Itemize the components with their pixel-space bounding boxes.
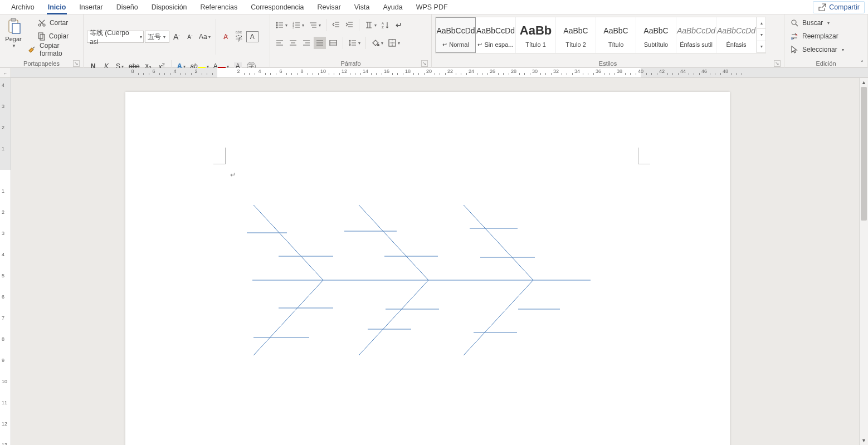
ruler-number: 12 (2, 421, 7, 427)
tab-inicio[interactable]: Inicio (41, 1, 73, 14)
copy-label: Copiar (49, 32, 69, 40)
replace-button[interactable]: ba Reemplazar (788, 30, 838, 42)
tab-revisar[interactable]: Revisar (310, 1, 347, 14)
clipboard-launcher[interactable]: ↘ (73, 60, 80, 67)
style-name: Título 2 (565, 41, 586, 48)
ruler-number: 6 (2, 294, 4, 300)
vertical-scrollbar[interactable]: ▲ ▼ (859, 78, 868, 445)
tab-diseno[interactable]: Diseño (110, 1, 145, 14)
style-normal[interactable]: AaBbCcDd↵ Normal (436, 17, 476, 53)
tab-ayuda[interactable]: Ayuda (376, 1, 409, 14)
page[interactable]: ↵ (125, 92, 730, 445)
align-distributed-button[interactable] (327, 37, 339, 49)
vertical-ruler[interactable]: 432112345678910111213141516 (0, 78, 11, 445)
horizontal-ruler[interactable]: 8642246810121416182022242628303234363840… (11, 68, 868, 78)
numbering-icon: 123 (292, 21, 301, 30)
multilevel-list-button[interactable]: ▾ (307, 19, 323, 31)
paste-button[interactable]: Pegar ▼ (3, 16, 23, 48)
shading-button[interactable]: ▾ (369, 37, 385, 49)
tab-wps-pdf[interactable]: WPS PDF (409, 1, 455, 14)
chevron-down-icon: ▾ (842, 47, 844, 52)
style-subt-tulo[interactable]: AaBbCSubtítulo (636, 17, 676, 53)
paragraph-launcher[interactable]: ↘ (421, 60, 428, 67)
ruler-number: 28 (511, 69, 516, 74)
tab-disposicion[interactable]: Disposición (145, 1, 194, 14)
decrease-indent-button[interactable] (330, 19, 342, 31)
style-name: Énfasis (726, 41, 746, 48)
sort-button[interactable]: AZ (379, 19, 392, 31)
style-sin-espa-[interactable]: AaBbCcDd↵ Sin espa... (476, 17, 516, 53)
tab-referencias[interactable]: Referencias (194, 1, 245, 14)
svg-point-8 (276, 25, 277, 26)
format-painter-button[interactable]: Copiar formato (26, 43, 80, 56)
increase-indent-button[interactable] (343, 19, 355, 31)
document-canvas[interactable]: ↵ (11, 78, 859, 445)
ribbon: Pegar ▼ Cortar Copiar Copiar formato P (0, 14, 868, 68)
change-case-button[interactable]: Aa▾ (197, 31, 212, 43)
style-t-tulo-1[interactable]: AaBbTítulo 1 (516, 17, 556, 53)
align-right-button[interactable] (300, 37, 313, 49)
eraser-icon: A̷ (223, 33, 228, 41)
bullets-button[interactable]: ▾ (274, 19, 289, 31)
style--nfasis[interactable]: AaBbCcDdÉnfasis (716, 17, 757, 53)
style-name: Título (608, 41, 624, 48)
shrink-font-button[interactable]: Aˇ (184, 31, 196, 43)
scroll-down-button[interactable]: ▼ (860, 436, 868, 445)
text-direction-button[interactable]: ▾ (363, 19, 378, 31)
style--nfasis-sutil[interactable]: AaBbCcDdÉnfasis sutil (676, 17, 716, 53)
scrollbar-thumb[interactable] (861, 87, 867, 221)
ruler-number: 11 (2, 400, 7, 405)
fishbone-diagram[interactable] (125, 92, 730, 445)
style-preview: AaBbC (563, 22, 588, 39)
tab-correspondencia[interactable]: Correspondencia (244, 1, 310, 14)
align-center-button[interactable] (287, 37, 299, 49)
svg-line-27 (464, 205, 533, 280)
group-clipboard-label: Portapapeles ↘ (3, 59, 80, 68)
group-clipboard: Pegar ▼ Cortar Copiar Copiar formato P (0, 14, 84, 68)
tab-archivo[interactable]: Archivo (4, 1, 41, 14)
group-editing-text: Edición (816, 60, 836, 67)
copy-button[interactable]: Copiar (26, 30, 80, 42)
clear-formatting-button[interactable]: A̷ (220, 31, 232, 43)
ruler-number: 14 (363, 69, 368, 74)
tab-vista[interactable]: Vista (348, 1, 377, 14)
svg-rect-6 (40, 35, 45, 40)
svg-point-17 (792, 20, 796, 25)
style-t-tulo-2[interactable]: AaBbCTítulo 2 (556, 17, 596, 53)
select-button[interactable]: Seleccionar ▾ (788, 43, 844, 56)
group-paragraph: ▾ 123▾ ▾ ▾ AZ ↵ ▾ ▾ ▾ (270, 14, 432, 68)
tab-insertar[interactable]: Insertar (72, 1, 109, 14)
scroll-up-button[interactable]: ▲ (860, 78, 868, 87)
char-border-button[interactable]: A (246, 31, 259, 42)
shrink-font-icon: A (187, 34, 191, 40)
styles-launcher[interactable]: ↘ (774, 60, 781, 67)
align-left-button[interactable] (274, 37, 286, 49)
ruler-number: 18 (405, 69, 411, 74)
borders-button[interactable]: ▾ (386, 37, 402, 49)
cut-button[interactable]: Cortar (26, 17, 80, 29)
line-spacing-button[interactable]: ▾ (347, 37, 362, 49)
svg-line-30 (253, 280, 323, 355)
share-button[interactable]: Compartir (813, 1, 865, 13)
ruler-number: 9 (2, 358, 4, 363)
svg-rect-5 (38, 33, 43, 38)
svg-text:3: 3 (292, 26, 294, 29)
collapse-ribbon-button[interactable]: ˄ (857, 58, 867, 66)
numbering-button[interactable]: 123▾ (290, 19, 306, 31)
share-label: Compartir (829, 3, 860, 11)
ruler-number: 1 (2, 146, 4, 151)
style-t-tulo[interactable]: AaBbCTítulo (596, 17, 636, 53)
align-justify-button[interactable] (314, 37, 326, 49)
style-preview: AaBbCcDd (717, 22, 755, 39)
scrollbar-track[interactable] (861, 87, 867, 436)
ruler-number: 8 (300, 69, 303, 74)
styles-more-button[interactable]: ▴▾▾ (757, 17, 765, 53)
phonetic-guide-button[interactable]: abc字 (233, 31, 245, 43)
grow-font-button[interactable]: Aˆ (170, 31, 183, 43)
svg-text:A: A (382, 22, 384, 25)
styles-gallery[interactable]: AaBbCcDd↵ NormalAaBbCcDd↵ Sin espa...AaB… (435, 17, 766, 53)
font-size-combo[interactable]: 五号▾ (145, 31, 169, 43)
find-button[interactable]: Buscar ▾ (788, 17, 830, 29)
font-name-combo[interactable]: 等线 (Cuerpo asi▾ (87, 31, 144, 43)
show-marks-button[interactable]: ↵ (393, 19, 405, 31)
